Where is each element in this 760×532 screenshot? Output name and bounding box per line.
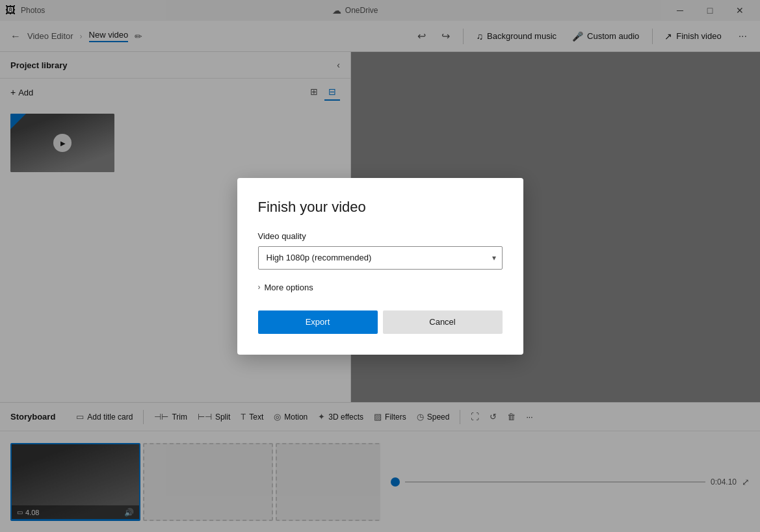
cancel-button[interactable]: Cancel bbox=[383, 310, 503, 334]
finish-video-modal: Finish your video Video quality High 108… bbox=[237, 178, 523, 355]
more-options-label: More options bbox=[265, 283, 313, 292]
modal-actions: Export Cancel bbox=[258, 310, 503, 334]
modal-title: Finish your video bbox=[258, 199, 503, 216]
quality-select-wrapper: High 1080p (recommended) Medium 720p Low… bbox=[258, 246, 503, 270]
chevron-right-icon: › bbox=[258, 283, 261, 292]
quality-label: Video quality bbox=[258, 231, 503, 241]
quality-select[interactable]: High 1080p (recommended) Medium 720p Low… bbox=[258, 246, 503, 270]
more-options-row[interactable]: › More options bbox=[258, 283, 503, 292]
modal-overlay: Finish your video Video quality High 108… bbox=[0, 0, 760, 532]
export-button[interactable]: Export bbox=[258, 310, 378, 334]
